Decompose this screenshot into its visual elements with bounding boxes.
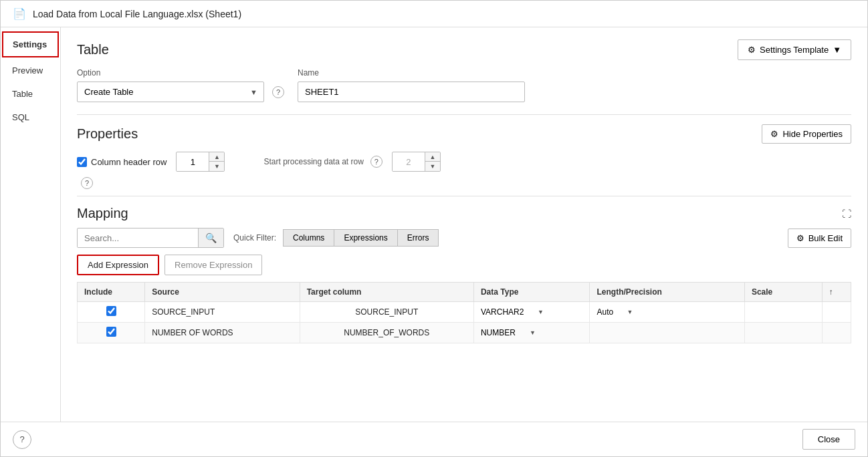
- footer: ? Close: [1, 422, 867, 456]
- settings-template-arrow-icon: ▼: [833, 45, 841, 55]
- sidebar-item-sql[interactable]: SQL: [1, 106, 60, 129]
- table-section-title: Table: [77, 42, 109, 57]
- filter-expressions-button[interactable]: Expressions: [334, 229, 397, 247]
- row1-datatype-arrow-icon: ▼: [538, 309, 544, 315]
- th-include: Include: [78, 283, 145, 302]
- th-length-precision: Length/Precision: [590, 283, 744, 302]
- row1-datatype-select[interactable]: VARCHAR2: [481, 307, 535, 317]
- column-header-row-checkbox-label[interactable]: Column header row: [77, 157, 167, 167]
- start-processing-label: Start processing data at row ?: [263, 156, 382, 168]
- document-icon: 📄: [13, 7, 26, 20]
- option-help-icon[interactable]: ?: [272, 86, 284, 98]
- settings-template-button[interactable]: ⚙ Settings Template ▼: [738, 39, 851, 60]
- sidebar-item-settings[interactable]: Settings: [2, 31, 59, 57]
- row1-length-arrow-icon: ▼: [627, 309, 633, 315]
- row2-datatype: NUMBER ▼: [473, 323, 590, 343]
- start-processing-up-button[interactable]: ▲: [425, 152, 440, 162]
- add-expression-button[interactable]: Add Expression: [77, 255, 159, 275]
- filter-button-group: Columns Expressions Errors: [283, 229, 439, 247]
- column-header-row-spinner: ▲ ▼: [176, 152, 225, 172]
- column-header-row-down-button[interactable]: ▼: [209, 162, 224, 171]
- row1-scale: [744, 302, 822, 323]
- sidebar-item-table[interactable]: Table: [1, 82, 60, 106]
- bulk-edit-icon: ⚙: [796, 233, 804, 243]
- table-row: SOURCE_INPUT SOURCE_INPUT VARCHAR2 ▼: [78, 302, 851, 323]
- row1-datatype: VARCHAR2 ▼: [473, 302, 590, 323]
- search-button[interactable]: 🔍: [198, 228, 223, 247]
- row2-arrow: [822, 323, 851, 343]
- close-button[interactable]: Close: [802, 429, 855, 450]
- filter-columns-button[interactable]: Columns: [283, 229, 334, 247]
- row2-source: NUMBER OF WORDS: [145, 323, 300, 343]
- content-area: Table ⚙ Settings Template ▼ Option Creat…: [61, 27, 867, 422]
- row1-source: SOURCE_INPUT: [145, 302, 300, 323]
- remove-expression-button[interactable]: Remove Expression: [165, 255, 262, 275]
- quick-filter-label: Quick Filter:: [233, 233, 276, 243]
- name-input[interactable]: [298, 82, 525, 102]
- row1-target: SOURCE_INPUT: [300, 302, 473, 323]
- help-button[interactable]: ?: [13, 430, 31, 449]
- th-target-column: Target column: [300, 283, 473, 302]
- name-label: Name: [298, 68, 525, 78]
- sidebar: Settings Preview Table SQL: [1, 27, 61, 422]
- th-arrow: ↑: [822, 283, 851, 302]
- row2-target: NUMBER_OF_WORDS: [300, 323, 473, 343]
- table-row: NUMBER OF WORDS NUMBER_OF_WORDS NUMBER ▼: [78, 323, 851, 343]
- expression-toolbar: Add Expression Remove Expression: [77, 255, 851, 275]
- row1-arrow: [822, 302, 851, 323]
- column-header-row-input[interactable]: [177, 153, 209, 171]
- row2-length: [590, 323, 744, 343]
- mapping-table: Include Source Target column Data Type L…: [77, 282, 851, 343]
- row2-include-checkbox[interactable]: [106, 327, 116, 337]
- mapping-section: Mapping ⛶ 🔍 Quick Filter: Columns Expres…: [77, 206, 851, 343]
- title-bar-text: Load Data from Local File Language.xlsx …: [33, 9, 241, 19]
- th-source: Source: [145, 283, 300, 302]
- row1-include-checkbox[interactable]: [106, 306, 116, 316]
- hide-properties-button[interactable]: ⚙ Hide Properties: [762, 124, 851, 144]
- row2-datatype-select[interactable]: NUMBER: [481, 328, 527, 337]
- search-input[interactable]: [78, 229, 198, 247]
- column-header-row-checkbox[interactable]: [77, 157, 87, 167]
- th-scale: Scale: [744, 283, 822, 302]
- sidebar-item-preview[interactable]: Preview: [1, 59, 60, 82]
- row2-datatype-arrow-icon: ▼: [530, 329, 536, 336]
- option-label: Option: [77, 68, 284, 78]
- search-box: 🔍: [77, 228, 224, 248]
- th-data-type: Data Type: [473, 283, 590, 302]
- row1-length-select[interactable]: Auto: [596, 307, 624, 317]
- start-processing-help-icon[interactable]: ?: [370, 156, 383, 168]
- start-processing-spinner: ▲ ▼: [392, 152, 441, 172]
- option-select[interactable]: Create Table: [77, 82, 264, 102]
- settings-template-icon: ⚙: [748, 45, 756, 55]
- filter-icon: ⚙: [770, 129, 778, 139]
- start-processing-input[interactable]: [393, 153, 425, 171]
- properties-section-title: Properties: [77, 126, 138, 142]
- row1-length: Auto ▼: [590, 302, 744, 323]
- expand-icon[interactable]: ⛶: [842, 208, 851, 219]
- properties-help-icon[interactable]: ?: [81, 177, 93, 189]
- column-header-row-up-button[interactable]: ▲: [209, 152, 224, 162]
- mapping-section-title: Mapping: [77, 206, 128, 221]
- bulk-edit-button[interactable]: ⚙ Bulk Edit: [788, 228, 851, 248]
- start-processing-down-button[interactable]: ▼: [425, 162, 440, 171]
- filter-errors-button[interactable]: Errors: [398, 229, 439, 247]
- row2-scale: [744, 323, 822, 343]
